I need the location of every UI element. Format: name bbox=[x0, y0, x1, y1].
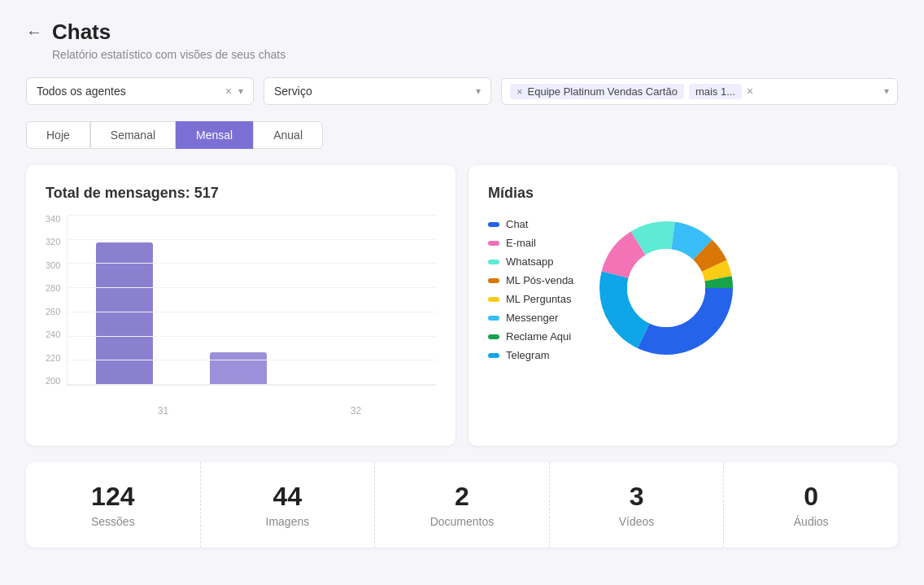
messages-card-title: Total de mensagens: 517 bbox=[46, 185, 436, 202]
stat-sessoes-label: Sessões bbox=[46, 515, 181, 528]
y-axis: 340 320 300 280 260 240 220 200 bbox=[46, 215, 60, 386]
legend-label-ml-posvenda: ML Pós-venda bbox=[506, 274, 573, 286]
y-label-320: 320 bbox=[46, 238, 60, 247]
more-tag: mais 1... bbox=[689, 84, 742, 99]
medias-card: Mídias Chat E-mail Whatsapp bbox=[469, 165, 898, 446]
stat-documentos: 2 Documentos bbox=[375, 462, 550, 548]
x-label-31: 31 bbox=[83, 405, 243, 417]
legend-dot-ml-perguntas bbox=[488, 297, 499, 302]
page-title: Chats bbox=[52, 20, 111, 45]
donut-legend: Chat E-mail Whatsapp ML Pós-venda bbox=[488, 218, 573, 361]
stat-audios-label: Áudios bbox=[743, 515, 878, 528]
team-filter-clear[interactable]: × bbox=[747, 85, 753, 98]
legend-messenger: Messenger bbox=[488, 312, 573, 324]
legend-label-messenger: Messenger bbox=[506, 312, 558, 324]
x-axis: 31 32 bbox=[46, 405, 436, 417]
tag-x-icon[interactable]: × bbox=[516, 85, 523, 98]
tab-anual[interactable]: Anual bbox=[253, 121, 323, 149]
team-tag: × Equipe Platinum Vendas Cartão bbox=[510, 84, 684, 99]
agents-clear-button[interactable]: × bbox=[225, 85, 232, 98]
bar-chart: 340 320 300 280 260 240 220 200 bbox=[46, 215, 436, 426]
service-filter-label: Serviço bbox=[274, 85, 312, 98]
legend-dot-ml-posvenda bbox=[488, 278, 499, 283]
page-header: ← Chats bbox=[26, 20, 898, 45]
tab-mensal[interactable]: Mensal bbox=[176, 121, 253, 149]
legend-label-chat: Chat bbox=[506, 218, 528, 230]
legend-ml-perguntas: ML Perguntas bbox=[488, 293, 573, 305]
legend-label-ml-perguntas: ML Perguntas bbox=[506, 293, 571, 305]
y-label-340: 340 bbox=[46, 215, 60, 224]
agents-chevron-icon: ▾ bbox=[238, 85, 243, 97]
legend-chat: Chat bbox=[488, 218, 573, 230]
legend-whatsapp: Whatsapp bbox=[488, 255, 573, 268]
legend-label-telegram: Telegram bbox=[506, 349, 549, 361]
y-label-260: 260 bbox=[46, 308, 60, 317]
page-container: ← Chats Relatório estatístico com visões… bbox=[0, 0, 924, 567]
filters-row: Todos os agentes × ▾ Serviço ▾ × Equipe … bbox=[26, 77, 898, 105]
legend-dot-reclame bbox=[488, 334, 499, 339]
service-chevron-icon: ▾ bbox=[476, 85, 481, 97]
grid-line bbox=[68, 239, 436, 240]
stat-videos-value: 3 bbox=[569, 482, 704, 512]
legend-telegram: Telegram bbox=[488, 349, 573, 361]
x-label-32: 32 bbox=[276, 405, 436, 417]
bar-group-31 bbox=[84, 242, 165, 385]
team-filter-chevron-icon: ▾ bbox=[884, 85, 889, 97]
stat-imagens-value: 44 bbox=[220, 482, 355, 512]
bar-31 bbox=[96, 242, 153, 385]
service-filter[interactable]: Serviço ▾ bbox=[264, 77, 491, 105]
bar-group-32 bbox=[198, 352, 279, 385]
tab-hoje[interactable]: Hoje bbox=[26, 121, 90, 149]
y-label-200: 200 bbox=[46, 377, 60, 386]
legend-label-email: E-mail bbox=[506, 237, 536, 249]
legend-dot-chat bbox=[488, 222, 499, 227]
stat-documentos-value: 2 bbox=[394, 482, 530, 512]
stat-audios-value: 0 bbox=[743, 482, 878, 512]
charts-row: Total de mensagens: 517 340 320 300 280 … bbox=[26, 165, 898, 446]
agents-filter-label: Todos os agentes bbox=[37, 85, 126, 98]
legend-dot-messenger bbox=[488, 316, 499, 321]
bar-32 bbox=[210, 352, 267, 385]
stat-videos: 3 Vídeos bbox=[550, 462, 725, 548]
page-subtitle: Relatório estatístico com visões de seus… bbox=[52, 48, 898, 61]
legend-dot-telegram bbox=[488, 353, 499, 358]
y-label-280: 280 bbox=[46, 284, 60, 293]
stat-imagens-label: Imagens bbox=[220, 515, 355, 528]
donut-container: Chat E-mail Whatsapp ML Pós-venda bbox=[488, 215, 878, 365]
donut-chart bbox=[593, 215, 739, 365]
legend-ml-posvenda: ML Pós-venda bbox=[488, 274, 573, 286]
team-tag-label: Equipe Platinum Vendas Cartão bbox=[528, 85, 678, 98]
stat-sessoes: 124 Sessões bbox=[26, 462, 201, 548]
messages-card: Total de mensagens: 517 340 320 300 280 … bbox=[26, 165, 455, 446]
tab-semanal[interactable]: Semanal bbox=[90, 121, 176, 149]
stats-row: 124 Sessões 44 Imagens 2 Documentos 3 Ví… bbox=[26, 462, 898, 548]
stat-audios: 0 Áudios bbox=[724, 462, 898, 548]
legend-label-whatsapp: Whatsapp bbox=[506, 255, 554, 268]
legend-email: E-mail bbox=[488, 237, 573, 249]
stat-documentos-label: Documentos bbox=[394, 515, 530, 528]
legend-dot-whatsapp bbox=[488, 260, 499, 264]
period-tabs: Hoje Semanal Mensal Anual bbox=[26, 121, 898, 149]
back-button[interactable]: ← bbox=[26, 23, 42, 41]
legend-reclame: Reclame Aqui bbox=[488, 330, 573, 343]
stat-imagens: 44 Imagens bbox=[201, 462, 376, 548]
legend-label-reclame: Reclame Aqui bbox=[506, 330, 571, 343]
stat-videos-label: Vídeos bbox=[569, 515, 704, 528]
stats-wrapper: 124 Sessões 44 Imagens 2 Documentos 3 Ví… bbox=[26, 462, 898, 548]
team-filter[interactable]: × Equipe Platinum Vendas Cartão mais 1..… bbox=[501, 78, 898, 105]
medias-card-title: Mídias bbox=[488, 185, 878, 202]
grid-line bbox=[68, 215, 436, 216]
bars-area bbox=[67, 215, 436, 386]
y-label-300: 300 bbox=[46, 261, 60, 270]
donut-svg bbox=[593, 215, 739, 361]
svg-point-8 bbox=[627, 249, 705, 327]
stat-sessoes-value: 124 bbox=[46, 482, 181, 512]
y-label-240: 240 bbox=[46, 330, 60, 339]
legend-dot-email bbox=[488, 241, 499, 246]
y-label-220: 220 bbox=[46, 354, 60, 363]
agents-filter[interactable]: Todos os agentes × ▾ bbox=[26, 77, 254, 105]
